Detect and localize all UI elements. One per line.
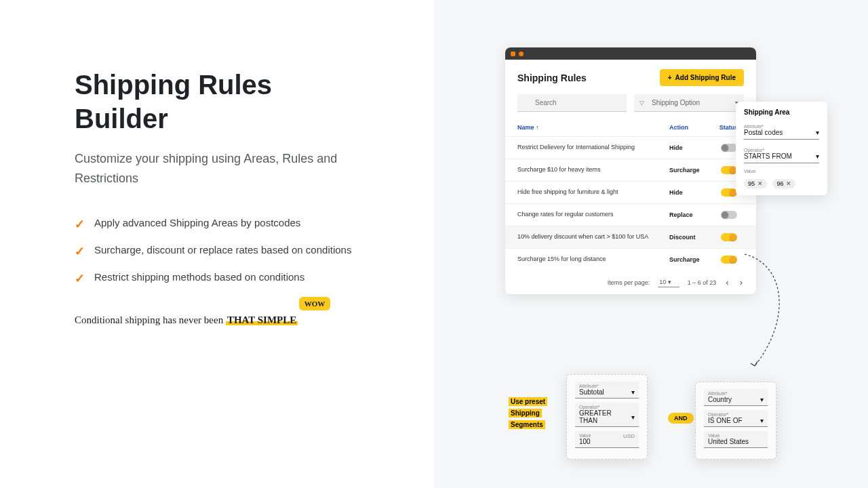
rule-name: Restrict Delievery for International Shi… xyxy=(517,144,669,152)
items-per-page-select[interactable]: 10 ▾ xyxy=(658,277,679,287)
rule-action: Replace xyxy=(669,211,713,218)
chevron-down-icon: ▾ xyxy=(760,396,764,403)
attribute-select[interactable]: Attribute* Postal codes▾ xyxy=(744,121,819,140)
sort-up-icon[interactable]: ↑ xyxy=(536,124,539,131)
rule-name: Surcharge 15% for long distance xyxy=(517,256,669,264)
operator-select[interactable]: Operator* STARTS FROM▾ xyxy=(744,145,819,163)
chevron-down-icon: ▾ xyxy=(816,152,819,160)
remove-chip-icon[interactable]: ✕ xyxy=(757,180,763,187)
feature-item: ✓ Apply advanced Shipping Areas by postc… xyxy=(75,216,393,232)
attribute-select[interactable]: Attribute* Country▾ xyxy=(704,389,768,406)
rule-name: 10% delivery discount when cart > $100 f… xyxy=(517,233,669,241)
rule-name: Hide free shipping for furniture & light xyxy=(517,188,669,197)
status-toggle[interactable] xyxy=(721,166,737,174)
and-connector: AND xyxy=(668,413,694,424)
chevron-down-icon: ▾ xyxy=(760,417,764,424)
pagination: Items per page: 10 ▾ 1 – 6 of 23 ‹ › xyxy=(505,270,756,294)
filter-icon: ▽ xyxy=(639,100,644,106)
check-icon: ✓ xyxy=(75,271,85,286)
chevron-down-icon: ▾ xyxy=(816,129,819,136)
preset-label: Use presetShippingSegments xyxy=(509,396,547,430)
operator-select[interactable]: Operator* IS ONE OF▾ xyxy=(704,410,768,427)
feature-item: ✓ Restrict shipping methods based on con… xyxy=(75,270,393,286)
table-row[interactable]: Change rates for regular customersReplac… xyxy=(505,203,756,226)
plus-icon: + xyxy=(668,74,672,81)
status-toggle[interactable] xyxy=(721,211,737,219)
app-window: Shipping Rules + Add Shipping Rule 🔍︎ ▽ … xyxy=(505,47,756,294)
status-toggle[interactable] xyxy=(721,233,737,241)
rule-action: Hide xyxy=(669,189,713,196)
check-icon: ✓ xyxy=(75,244,85,259)
add-shipping-rule-button[interactable]: + Add Shipping Rule xyxy=(660,69,744,86)
rule-action: Discount xyxy=(669,234,713,241)
attribute-select[interactable]: Attribute* Subtotal▾ xyxy=(575,382,639,399)
wow-badge: WOW xyxy=(299,297,331,310)
tagline: Conditional shipping has never been THAT… xyxy=(75,314,298,326)
chevron-down-icon: ▾ xyxy=(631,413,635,421)
table-row[interactable]: Hide free shipping for furniture & light… xyxy=(505,181,756,203)
value-input[interactable]: ValueUSD 100 xyxy=(575,431,639,448)
window-titlebar xyxy=(505,47,756,60)
status-toggle[interactable] xyxy=(721,188,737,197)
rule-action: Surcharge xyxy=(669,167,713,174)
rule-name: Surcharge $10 for heavy items xyxy=(517,166,669,174)
prev-page-button[interactable]: ‹ xyxy=(724,277,730,287)
window-control-icon xyxy=(519,52,524,56)
status-toggle[interactable] xyxy=(721,256,737,264)
shipping-area-card: Shipping Area Attribute* Postal codes▾ O… xyxy=(736,102,827,195)
rule-action: Hide xyxy=(669,144,713,151)
status-toggle[interactable] xyxy=(721,144,737,152)
segment-card-country: Attribute* Country▾ Operator* IS ONE OF▾… xyxy=(695,382,776,460)
remove-chip-icon[interactable]: ✕ xyxy=(786,180,791,187)
table-row[interactable]: Surcharge 15% for long distanceSurcharge xyxy=(505,248,756,270)
rule-name: Change rates for regular customers xyxy=(517,211,669,219)
operator-select[interactable]: Operator* GREATER THAN▾ xyxy=(575,403,639,427)
segment-card-subtotal: Attribute* Subtotal▾ Operator* GREATER T… xyxy=(566,374,648,460)
table-row[interactable]: Restrict Delievery for International Shi… xyxy=(505,136,756,159)
search-input[interactable] xyxy=(517,94,627,112)
check-icon: ✓ xyxy=(75,217,85,232)
page-title: Shipping RulesBuilder xyxy=(75,68,393,136)
rule-action: Surcharge xyxy=(669,256,713,263)
value-input[interactable]: Value United States xyxy=(704,431,768,448)
window-heading: Shipping Rules xyxy=(517,73,587,83)
next-page-button[interactable]: › xyxy=(738,277,744,287)
window-control-icon xyxy=(511,52,515,56)
chevron-down-icon: ▾ xyxy=(631,388,635,396)
table-row[interactable]: 10% delivery discount when cart > $100 f… xyxy=(505,226,756,248)
feature-item: ✓ Surcharge, discount or replace rates b… xyxy=(75,243,393,259)
value-chip[interactable]: 96✕ xyxy=(772,179,795,188)
value-chip[interactable]: 95✕ xyxy=(744,179,767,188)
page-subtitle: Customize your shipping using Areas, Rul… xyxy=(75,149,393,188)
table-header: Name ↑ Action Status xyxy=(505,119,756,136)
shipping-option-filter[interactable]: Shipping Option ▾ xyxy=(634,94,744,112)
table-row[interactable]: Surcharge $10 for heavy itemsSurcharge xyxy=(505,159,756,181)
